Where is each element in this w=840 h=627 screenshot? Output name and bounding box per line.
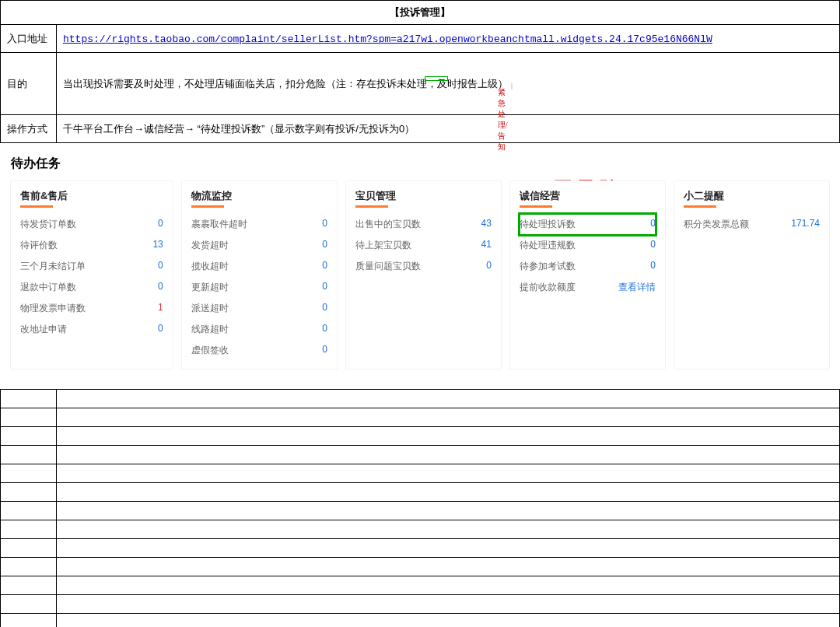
- grid-cell[interactable]: [1, 390, 57, 408]
- metric-value: 0: [322, 323, 327, 336]
- grid-cell[interactable]: [57, 558, 840, 576]
- metric-row: 待处理违规数0: [520, 235, 656, 256]
- metric-value: 41: [481, 239, 492, 252]
- panel: 售前&售后待发货订单数0待评价数13三个月未结订单0退款中订单数0物理发票申请数…: [11, 181, 173, 369]
- grid-cell[interactable]: [57, 408, 840, 427]
- metric-label: 线路超时: [191, 323, 229, 336]
- grid-cell[interactable]: [57, 390, 840, 408]
- panel: 物流监控裹裹取件超时0发货超时0揽收超时0更新超时0派送超时0线路超时0虚假签收…: [182, 181, 337, 369]
- grid-cell[interactable]: [57, 464, 840, 483]
- metric-row[interactable]: 提前收款额度查看详情: [520, 277, 656, 298]
- metric-row: 物理发票申请数1: [20, 298, 163, 319]
- dashboard: 待办任务 无风险 售前&售后待发货订单数0待评价数13三个月未结订单0退款中订单…: [0, 143, 840, 389]
- metric-row: 改地址申请0: [20, 319, 163, 340]
- thumb-red-text: 紧急处理/告知: [498, 87, 508, 152]
- metric-value: 13: [152, 239, 163, 252]
- grid-cell[interactable]: [1, 595, 57, 614]
- metric-row: 更新超时0: [191, 277, 327, 298]
- row-purpose-cell: 当出现投诉需要及时处理，不处理店铺面临关店，扣分危险（注：存在投诉未处理，及时报…: [57, 53, 840, 115]
- metric-value: 0: [322, 302, 327, 315]
- row-purpose-label: 目的: [1, 53, 57, 115]
- row-url-cell: https://rights.taobao.com/complaint/sell…: [57, 25, 840, 53]
- metric-row: 待参加考试数0: [520, 256, 656, 277]
- panel-title: 物流监控: [191, 189, 327, 206]
- grid-cell[interactable]: [1, 502, 57, 520]
- doc-table: 【投诉管理】 入口地址 https://rights.taobao.com/co…: [0, 0, 840, 143]
- metric-label: 待参加考试数: [520, 260, 576, 273]
- grid-cell[interactable]: [1, 483, 57, 502]
- grid-cell[interactable]: [1, 539, 57, 558]
- metric-row: 待评价数13: [20, 235, 163, 256]
- panel: 宝贝管理出售中的宝贝数43待上架宝贝数41质量问题宝贝数0: [346, 181, 501, 369]
- metric-value: 0: [650, 260, 656, 273]
- metric-label: 出售中的宝贝数: [355, 218, 421, 231]
- grid-cell[interactable]: [1, 576, 57, 595]
- grid-cell[interactable]: [57, 483, 840, 502]
- panel-title: 小二提醒: [684, 189, 820, 206]
- metric-label: 提前收款额度: [520, 281, 576, 294]
- metric-label: 待评价数: [20, 239, 58, 252]
- grid-cell[interactable]: [1, 446, 57, 464]
- metric-row: 积分类发票总额171.74: [684, 214, 820, 235]
- metric-row: 待发货订单数0: [20, 214, 163, 235]
- metric-label: 改地址申请: [20, 323, 67, 336]
- metric-row: 待上架宝贝数41: [355, 235, 492, 256]
- grid-cell[interactable]: [57, 614, 840, 628]
- row-howto-cell: 千牛平台工作台→诚信经营→ “待处理投诉数”（显示数字则有投诉/无投诉为0）: [57, 115, 840, 143]
- metric-value: 0: [650, 218, 656, 231]
- metric-row: 虚假签收0: [191, 340, 327, 361]
- grid-cell[interactable]: [1, 408, 57, 427]
- panel: 小二提醒积分类发票总额171.74: [674, 181, 829, 369]
- metric-label: 揽收超时: [191, 260, 229, 273]
- metric-value: 0: [650, 239, 656, 252]
- grid-cell[interactable]: [57, 576, 840, 595]
- metric-row: 退款中订单数0: [20, 277, 163, 298]
- metric-value: 0: [486, 260, 492, 273]
- metric-label: 发货超时: [191, 239, 229, 252]
- metric-value: 0: [158, 281, 163, 294]
- panel-title: 售前&售后: [20, 189, 163, 206]
- grid-cell[interactable]: [1, 464, 57, 483]
- metric-label: 虚假签收: [191, 344, 229, 357]
- metric-label: 质量问题宝贝数: [355, 260, 421, 273]
- grid-cell[interactable]: [57, 502, 840, 520]
- grid-cell[interactable]: [57, 595, 840, 614]
- grid-cell[interactable]: [57, 427, 840, 446]
- panel: 诚信经营待处理投诉数0待处理违规数0待参加考试数0提前收款额度查看详情: [510, 181, 665, 369]
- row-howto-label: 操作方式: [1, 115, 57, 143]
- metric-value: 171.74: [791, 218, 820, 231]
- panel-title: 宝贝管理: [355, 189, 492, 206]
- metric-value: 0: [158, 260, 163, 273]
- grid-cell[interactable]: [57, 446, 840, 464]
- metric-label: 退款中订单数: [20, 281, 76, 294]
- metric-value: 0: [322, 281, 327, 294]
- metric-row: 揽收超时0: [191, 256, 327, 277]
- metric-value: 1: [158, 302, 163, 315]
- panel-title: 诚信经营: [520, 189, 656, 206]
- metric-label: 派送超时: [191, 302, 229, 315]
- metric-row: 线路超时0: [191, 319, 327, 340]
- grid-cell[interactable]: [57, 520, 840, 539]
- metric-label: 待发货订单数: [20, 218, 76, 231]
- metric-row: 出售中的宝贝数43: [355, 214, 492, 235]
- dashboard-title: 待办任务: [11, 156, 829, 172]
- metric-row: 派送超时0: [191, 298, 327, 319]
- metric-link[interactable]: 查看详情: [618, 281, 656, 294]
- metric-row: 待处理投诉数0: [520, 214, 656, 235]
- preview-thumbnail: 紧急处理/告知: [511, 79, 513, 90]
- grid-cell[interactable]: [57, 539, 840, 558]
- grid-cell[interactable]: [1, 558, 57, 576]
- metric-value: 0: [158, 218, 163, 231]
- grid-cell[interactable]: [1, 520, 57, 539]
- metric-label: 待处理投诉数: [520, 218, 576, 231]
- grid-cell[interactable]: [1, 427, 57, 446]
- doc-title: 【投诉管理】: [1, 1, 840, 25]
- metric-label: 积分类发票总额: [684, 218, 749, 231]
- metric-label: 三个月未结订单: [20, 260, 86, 273]
- grid-cell[interactable]: [1, 614, 57, 628]
- metric-row: 三个月未结订单0: [20, 256, 163, 277]
- metric-row: 质量问题宝贝数0: [355, 256, 492, 277]
- metric-value: 0: [322, 260, 327, 273]
- metric-row: 裹裹取件超时0: [191, 214, 327, 235]
- entry-url-link[interactable]: https://rights.taobao.com/complaint/sell…: [63, 33, 712, 45]
